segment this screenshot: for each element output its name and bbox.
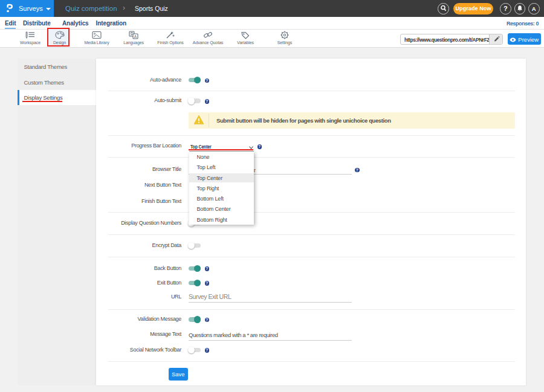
svg-text:A: A bbox=[134, 34, 137, 39]
